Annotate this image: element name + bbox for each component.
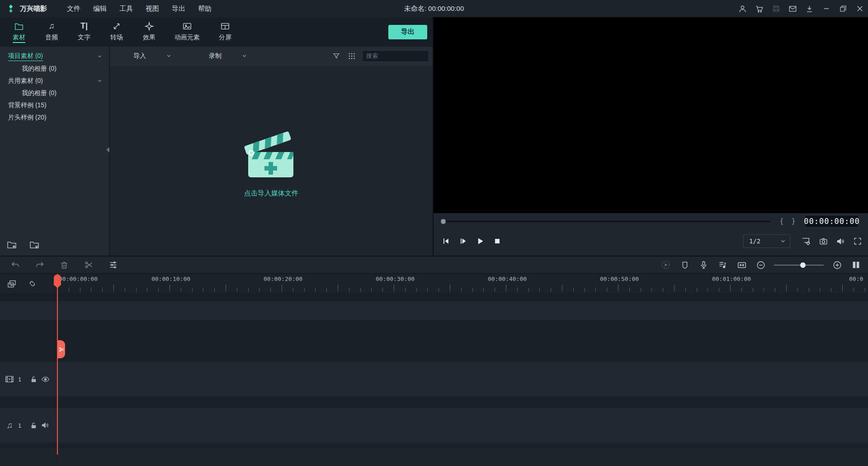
stop-button[interactable] (491, 234, 504, 248)
text-icon: T| (80, 21, 88, 31)
tab-splitscreen[interactable]: 分屏 (209, 17, 241, 47)
previous-frame-button[interactable] (439, 234, 453, 248)
undo-button[interactable] (8, 258, 23, 272)
timeline-edit-tools (8, 258, 120, 272)
play-button[interactable] (473, 234, 487, 248)
grid-view-icon[interactable] (344, 49, 359, 63)
chevron-down-icon (780, 238, 786, 244)
add-folder-button[interactable] (6, 239, 17, 250)
sidebar-item-shared-media[interactable]: 共用素材 (0) (0, 75, 109, 87)
marker-button[interactable] (677, 258, 692, 272)
collapse-sidebar-handle[interactable] (105, 144, 110, 156)
collapse-left-icon (106, 147, 109, 152)
feedback-mail-icon[interactable] (784, 0, 801, 17)
download-icon[interactable] (801, 0, 818, 17)
video-track-lane[interactable] (0, 362, 868, 396)
timeline-ruler[interactable]: 00:00:00:00 00:00:10:00 00:00:20:00 00:0… (0, 274, 868, 295)
video-viewport[interactable] (434, 17, 868, 213)
titlebar-actions (734, 0, 868, 17)
import-media-prompt: 点击导入媒体文件 (244, 189, 298, 198)
mark-out-icon[interactable]: } (788, 217, 799, 226)
display-settings-icon[interactable] (798, 234, 814, 248)
scrubber-handle[interactable] (441, 219, 446, 224)
panel-layout-button[interactable] (849, 258, 863, 272)
tab-audio[interactable]: ♫ 音频 (35, 17, 68, 47)
sidebar-item-my-album-shared[interactable]: 我的相册 (0) (0, 87, 109, 99)
search-box (362, 50, 429, 62)
fit-timeline-button[interactable] (734, 258, 749, 272)
preview-panel: { } 00:00:00:00 (434, 17, 868, 256)
fullscreen-icon[interactable] (850, 234, 865, 248)
record-dropdown[interactable]: 录制 (207, 52, 247, 60)
render-preview-button[interactable] (658, 258, 673, 272)
menu-view[interactable]: 视图 (139, 0, 165, 17)
slider-handle[interactable] (800, 262, 806, 268)
toggle-visibility-eye-icon[interactable] (39, 374, 51, 385)
voiceover-mic-button[interactable] (696, 258, 711, 272)
menu-export[interactable]: 导出 (165, 0, 192, 17)
audio-track-lane[interactable] (0, 408, 868, 442)
quick-split-scissors-handle[interactable] (58, 340, 65, 358)
video-track-number: 1 (18, 376, 21, 383)
import-media-dropzone[interactable]: 点击导入媒体文件 (110, 66, 433, 256)
playhead-line[interactable] (57, 274, 58, 455)
adjust-sliders-button[interactable] (106, 258, 120, 272)
tab-elements[interactable]: 动画元素 (165, 17, 209, 47)
filter-icon[interactable] (329, 49, 344, 63)
folder-icon (14, 21, 24, 31)
save-icon[interactable] (768, 0, 784, 17)
manage-tracks-button[interactable] (6, 279, 17, 290)
menu-tools[interactable]: 工具 (113, 0, 139, 17)
sidebar-item-project-media[interactable]: 项目素材 (0) (0, 50, 109, 62)
timeline: 00:00:00:00 00:00:10:00 00:00:20:00 00:0… (0, 274, 868, 466)
restore-button[interactable] (835, 0, 851, 17)
close-button[interactable] (851, 0, 868, 17)
minimize-button[interactable] (818, 0, 835, 17)
timeline-corner-tools (0, 274, 57, 295)
delete-button[interactable] (57, 258, 71, 272)
sidebar-item-my-album-project[interactable]: 我的相册 (0) (0, 62, 109, 75)
audio-track-icon: ♫ (4, 420, 15, 431)
redo-button[interactable] (33, 258, 47, 272)
delete-folder-button[interactable] (29, 239, 40, 250)
tab-text[interactable]: T| 文字 (68, 17, 100, 47)
next-frame-button[interactable] (456, 234, 470, 248)
tab-transition[interactable]: 转场 (100, 17, 133, 47)
tab-effects[interactable]: 效果 (133, 17, 165, 47)
media-library-panel: 导入 录制 (110, 47, 433, 256)
menu-edit[interactable]: 编辑 (87, 0, 113, 17)
clapperboard-add-icon (242, 124, 301, 183)
audio-mixer-button[interactable] (715, 258, 730, 272)
chevron-down-icon (166, 53, 172, 59)
tab-media[interactable]: 素材 (3, 17, 35, 47)
timeline-zoom-slider[interactable] (774, 258, 824, 272)
snapshot-camera-icon[interactable] (816, 234, 831, 248)
split-screen-icon (220, 21, 230, 31)
import-dropdown[interactable]: 导入 (132, 52, 172, 60)
playback-quality-select[interactable]: 1/2 (743, 234, 790, 248)
account-icon[interactable] (734, 0, 751, 17)
mute-speaker-icon[interactable] (39, 420, 51, 431)
split-scissors-button[interactable] (81, 258, 96, 272)
mark-in-icon[interactable]: { (776, 217, 788, 226)
menu-file[interactable]: 文件 (61, 0, 87, 17)
sidebar-item-background-samples[interactable]: 背景样例 (15) (0, 99, 109, 111)
chevron-down-icon[interactable] (97, 53, 103, 59)
lock-track-icon[interactable] (28, 374, 39, 385)
scrubber-track[interactable] (440, 221, 770, 222)
volume-icon[interactable] (833, 234, 848, 248)
lock-track-icon[interactable] (28, 420, 39, 431)
store-cart-icon[interactable] (751, 0, 768, 17)
sidebar-item-intro-samples[interactable]: 片头样例 (20) (0, 111, 109, 124)
snap-toggle-button[interactable] (27, 279, 38, 290)
export-button[interactable]: 导出 (388, 25, 427, 39)
zoom-in-button[interactable] (830, 258, 844, 272)
asset-body: 项目素材 (0) 我的相册 (0) 共用素材 (0) (0, 47, 433, 256)
timeline-empty-strip (0, 302, 868, 320)
zoom-out-button[interactable] (753, 258, 768, 272)
menu-help[interactable]: 帮助 (192, 0, 218, 17)
star-effect-icon (144, 21, 154, 31)
chevron-down-icon[interactable] (97, 78, 103, 84)
playhead-handle[interactable] (54, 275, 61, 285)
video-track-icon (4, 374, 15, 385)
